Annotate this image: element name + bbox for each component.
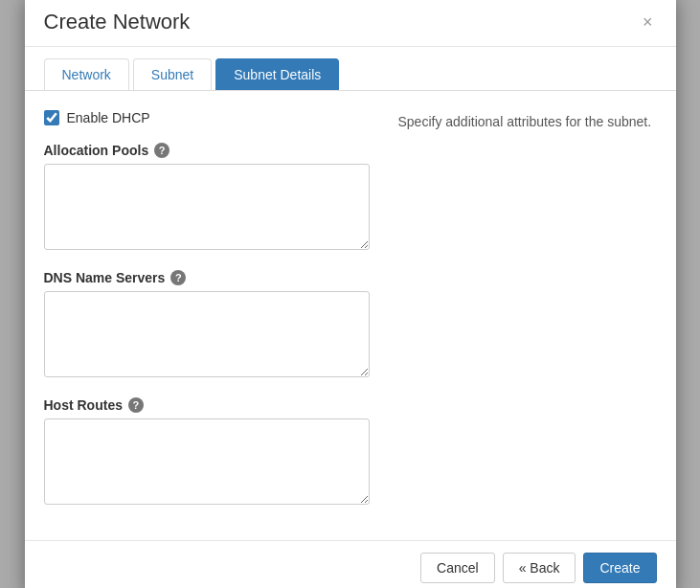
allocation-pools-label: Allocation Pools bbox=[44, 143, 149, 158]
modal-body: Enable DHCP Allocation Pools ? DNS Name … bbox=[25, 91, 676, 540]
host-routes-textarea[interactable] bbox=[44, 418, 370, 505]
host-routes-help-icon[interactable]: ? bbox=[128, 397, 144, 413]
hint-text: Specify additional attributes for the su… bbox=[398, 114, 652, 129]
host-routes-group: Host Routes ? bbox=[44, 397, 370, 508]
hint-section: Specify additional attributes for the su… bbox=[398, 110, 657, 525]
enable-dhcp-checkbox[interactable] bbox=[44, 110, 59, 125]
host-routes-label: Host Routes bbox=[44, 397, 123, 413]
tab-subnet-details[interactable]: Subnet Details bbox=[215, 58, 339, 90]
dns-name-servers-group: DNS Name Servers ? bbox=[44, 270, 370, 380]
modal-title: Create Network bbox=[44, 10, 191, 34]
allocation-pools-textarea[interactable] bbox=[44, 164, 370, 250]
allocation-pools-help-icon[interactable]: ? bbox=[154, 143, 169, 158]
dns-name-servers-label-row: DNS Name Servers ? bbox=[44, 270, 370, 285]
modal-header: Create Network × bbox=[25, 0, 676, 47]
allocation-pools-group: Allocation Pools ? bbox=[44, 143, 370, 253]
enable-dhcp-row: Enable DHCP bbox=[44, 110, 370, 125]
host-routes-label-row: Host Routes ? bbox=[44, 397, 370, 413]
modal-overlay: Create Network × Network Subnet Subnet D… bbox=[0, 0, 700, 588]
allocation-pools-label-row: Allocation Pools ? bbox=[44, 143, 370, 158]
modal-dialog: Create Network × Network Subnet Subnet D… bbox=[25, 0, 676, 588]
tab-subnet[interactable]: Subnet bbox=[133, 58, 212, 90]
create-button[interactable]: Create bbox=[583, 553, 656, 583]
cancel-button[interactable]: Cancel bbox=[420, 553, 495, 583]
dns-name-servers-label: DNS Name Servers bbox=[44, 270, 166, 285]
form-section: Enable DHCP Allocation Pools ? DNS Name … bbox=[44, 110, 370, 525]
back-button[interactable]: « Back bbox=[503, 553, 576, 583]
modal-close-button[interactable]: × bbox=[639, 13, 657, 31]
tab-network[interactable]: Network bbox=[44, 58, 129, 90]
dns-name-servers-help-icon[interactable]: ? bbox=[170, 270, 186, 285]
dns-name-servers-textarea[interactable] bbox=[44, 291, 370, 377]
modal-tabs: Network Subnet Subnet Details bbox=[25, 47, 676, 91]
enable-dhcp-label[interactable]: Enable DHCP bbox=[67, 110, 150, 125]
modal-footer: Cancel « Back Create bbox=[25, 540, 676, 589]
